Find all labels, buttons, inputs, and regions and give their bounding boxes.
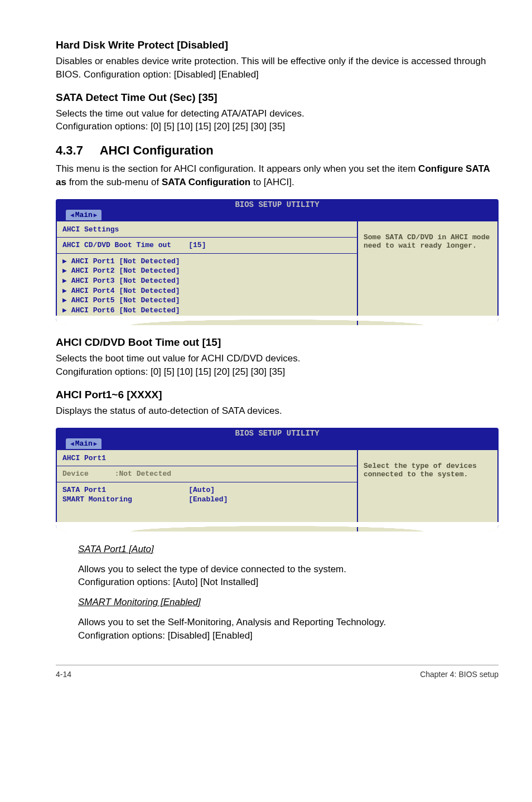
bios-row: SMART Monitoring [Enabled] — [62, 495, 351, 505]
bios-port-row: ▶ AHCI Port1 [Not Detected] — [62, 257, 351, 267]
heading-ahci-cd-dvd-boot-time: AHCI CD/DVD Boot Time out [15] — [56, 336, 499, 349]
paragraph: This menu is the section for AHCI config… — [56, 162, 499, 189]
bios-screenshot-ahci-port1: BIOS SETUP UTILITY ◀ Main ▶ AHCI Port1 D… — [56, 428, 499, 532]
bios-title: BIOS SETUP UTILITY — [235, 429, 319, 438]
section-title: AHCI Configuration — [100, 143, 214, 157]
paragraph: Congifuration options: [0] [5] [10] [15]… — [56, 365, 499, 379]
bios-header: BIOS SETUP UTILITY ◀ Main ▶ — [56, 199, 499, 220]
paragraph: Configuration options: [Auto] [Not Insta… — [78, 576, 499, 589]
paragraph: Displays the status of auto-detection of… — [56, 404, 499, 418]
bios-port-row: ▶ AHCI Port4 [Not Detected] — [62, 286, 351, 296]
bios-row: SATA Port1 [Auto] — [62, 485, 351, 495]
paragraph: Configuration options: [0] [5] [10] [15]… — [56, 120, 499, 133]
bios-section-heading: AHCI Port1 — [62, 453, 351, 463]
bios-device-row: Device :Not Detected — [62, 469, 351, 479]
bios-screenshot-ahci-settings: BIOS SETUP UTILITY ◀ Main ▶ AHCI Setting… — [56, 199, 499, 325]
paragraph: Allows you to select the type of device … — [78, 563, 499, 576]
triangle-right-icon: ▶ — [94, 211, 98, 219]
bios-tab-main: ◀ Main ▶ — [66, 438, 101, 449]
bios-title: BIOS SETUP UTILITY — [235, 200, 319, 209]
bios-help-pane: Some SATA CD/DVD in AHCI mode need to wa… — [357, 220, 499, 325]
heading-hard-disk-write-protect: Hard Disk Write Protect [Disabled] — [56, 39, 499, 51]
bios-port-row: ▶ AHCI Port6 [Not Detected] — [62, 306, 351, 316]
heading-ahci-configuration: 4.3.7 AHCI Configuration — [56, 143, 499, 158]
bios-left-pane: AHCI Port1 Device :Not Detected SATA Por… — [56, 449, 357, 532]
page-footer: 4-14 Chapter 4: BIOS setup — [56, 665, 499, 679]
paragraph: Allows you to set the Self-Monitoring, A… — [78, 616, 499, 629]
bios-help-pane: Select the type of devices connected to … — [357, 449, 499, 532]
triangle-left-icon: ◀ — [70, 211, 74, 219]
bios-left-pane: AHCI Settings AHCI CD/DVD Boot Time out … — [56, 220, 357, 325]
chapter-label: Chapter 4: BIOS setup — [420, 670, 499, 679]
bios-port-row: ▶ AHCI Port3 [Not Detected] — [62, 276, 351, 286]
section-number: 4.3.7 — [56, 143, 83, 157]
bios-section-heading: AHCI Settings — [62, 225, 351, 235]
subheading-sata-port1: SATA Port1 [Auto] — [78, 543, 499, 556]
bios-port-row: ▶ AHCI Port2 [Not Detected] — [62, 266, 351, 276]
heading-ahci-port-1-6: AHCI Port1~6 [XXXX] — [56, 389, 499, 401]
heading-sata-detect-time-out: SATA Detect Time Out (Sec) [35] — [56, 91, 499, 104]
paragraph: Selects the boot time out value for ACHI… — [56, 352, 499, 365]
bios-help-text: Some SATA CD/DVD in AHCI mode need to wa… — [364, 233, 492, 250]
triangle-left-icon: ◀ — [70, 440, 74, 447]
paragraph: Configration options: [Disabled] [Enable… — [78, 629, 499, 642]
bios-row: AHCI CD/DVD Boot Time out [15] — [62, 240, 351, 250]
paragraph: Selects the time out value for detecting… — [56, 107, 499, 120]
page-number: 4-14 — [56, 670, 71, 679]
triangle-right-icon: ▶ — [94, 440, 98, 447]
bios-port-row: ▶ AHCI Port5 [Not Detected] — [62, 296, 351, 306]
bios-tab-main: ◀ Main ▶ — [66, 210, 101, 220]
bios-help-text: Select the type of devices connected to … — [364, 462, 492, 479]
subheading-smart-monitoring: SMART Monitoring [Enabled] — [78, 596, 499, 609]
paragraph: Disables or enables device write protect… — [56, 55, 499, 81]
bios-header: BIOS SETUP UTILITY ◀ Main ▶ — [56, 428, 499, 449]
